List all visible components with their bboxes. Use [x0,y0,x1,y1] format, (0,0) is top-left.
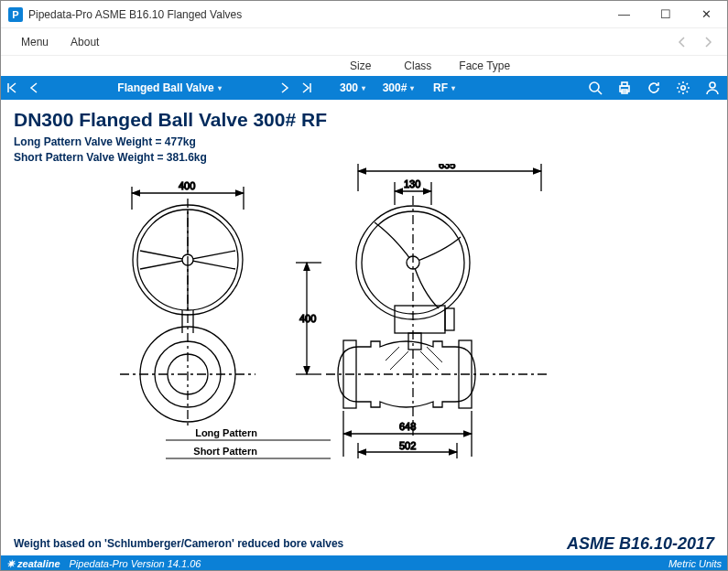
size-selector[interactable]: 300 ▾ [338,76,375,100]
face-selector[interactable]: RF ▾ [429,76,466,100]
svg-point-0 [590,82,599,92]
brand-label: ✷ zeataline [6,558,60,570]
svg-text:648: 648 [399,421,416,432]
close-button[interactable]: ✕ [686,1,727,28]
class-value: 300# [383,81,407,94]
item-selector-label: Flanged Ball Valve [117,81,213,94]
svg-text:502: 502 [399,440,416,451]
footer-note: Weight based on 'Schlumberger/Cameron' r… [14,537,343,550]
svg-text:400: 400 [179,180,195,191]
label-class: Class [404,59,431,72]
svg-text:400: 400 [299,313,316,324]
svg-line-41 [390,351,408,370]
svg-point-5 [681,86,685,90]
svg-rect-36 [445,308,454,330]
label-size: Size [350,59,371,72]
user-button[interactable] [698,76,727,100]
history-back-button[interactable] [672,32,692,52]
prev-button[interactable] [23,76,45,100]
settings-button[interactable] [668,76,698,100]
svg-text:635: 635 [439,164,455,170]
units-toggle[interactable]: Metric Units [668,558,722,569]
refresh-button[interactable] [639,76,668,100]
svg-rect-3 [622,82,627,86]
next-button[interactable] [274,76,296,100]
chevron-down-icon: ▾ [362,84,373,92]
svg-point-6 [710,82,715,88]
valve-drawing: 400 [83,164,605,475]
maximize-button[interactable]: ☐ [645,1,686,28]
svg-text:130: 130 [404,178,420,189]
item-selector[interactable]: Flanged Ball Valve ▾ [72,76,274,100]
chevron-down-icon: ▾ [410,84,421,92]
svg-line-42 [420,351,439,370]
svg-line-40 [386,347,399,361]
app-logo: P [8,7,23,22]
version-label: Pipedata-Pro Version 14.1.06 [70,558,201,569]
long-pattern-weight: Long Pattern Valve Weight = 477kg [14,135,714,150]
svg-line-1 [598,91,602,94]
menu-button[interactable]: Menu [10,32,60,52]
print-button[interactable] [610,76,639,100]
minimize-button[interactable]: — [603,1,645,28]
face-value: RF [433,81,448,94]
size-value: 300 [340,81,358,94]
chevron-down-icon: ▾ [218,84,229,92]
chevron-down-icon: ▾ [451,84,462,92]
first-button[interactable] [1,76,23,100]
svg-text:Long Pattern: Long Pattern [195,427,257,438]
label-face: Face Type [459,59,510,72]
window-title: Pipedata-Pro ASME B16.10 Flanged Valves [28,8,242,21]
standard-label: ASME B16.10-2017 [567,534,714,554]
svg-text:Short Pattern: Short Pattern [193,446,257,457]
page-title: DN300 Flanged Ball Valve 300# RF [14,109,714,131]
last-button[interactable] [296,76,318,100]
class-selector[interactable]: 300# ▾ [378,76,426,100]
history-forward-button[interactable] [698,32,718,52]
search-button[interactable] [581,76,610,100]
about-button[interactable]: About [60,32,110,52]
